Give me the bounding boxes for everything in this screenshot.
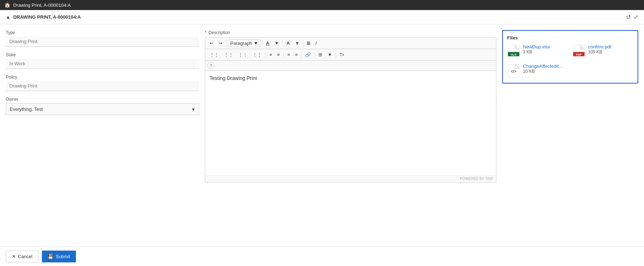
file-name-pdf[interactable]: confirm.pdf (588, 44, 611, 49)
file-info-pdf: confirm.pdf 109 KB (588, 44, 611, 54)
outdent-button[interactable]: ≡ (285, 51, 292, 59)
file-size-code: 10 KB (523, 69, 563, 74)
svg-text:PDF: PDF (576, 53, 582, 56)
file-item-code[interactable]: </> ChangeAffectedIt... 10 KB (507, 63, 568, 79)
file-size-pdf: 109 KB (588, 49, 611, 54)
table-button[interactable]: ⊞ (316, 51, 325, 59)
type-label: Type (6, 30, 199, 35)
indent-button[interactable]: ≡ (293, 51, 300, 59)
state-input[interactable] (6, 59, 199, 69)
table-arrow[interactable]: ▼ (325, 51, 334, 59)
file-info-code: ChangeAffectedIt... 10 KB (523, 63, 563, 74)
powered-by-label: POWERED BY TINY (460, 177, 493, 181)
state-field-group: State (6, 52, 199, 69)
page-header-right: ↺ ⤢ (626, 14, 638, 20)
center-panel: * Description ↩ ↪ Paragraph ▼ A ▼ A ▼ B (205, 30, 496, 182)
page-header: ▲ DRAWING PRINT, A-0000104:A ↺ ⤢ (0, 10, 644, 24)
editor-toolbar-row2: ⋮⋮ ⋮⋮ ⋮⋮ ⋮⋮ ≡ ≡ ≡ ≡ 🔗 ⊞ ▼ Tx (205, 49, 496, 61)
font-color-arrow[interactable]: ▼ (272, 39, 281, 47)
align-right-button[interactable]: ⋮⋮ (236, 51, 250, 59)
toolbar-sep-8 (314, 52, 315, 58)
file-size-xlsx: 3 KB (523, 49, 550, 54)
type-field-group: Type (6, 30, 199, 47)
main-content: Type State Policy Owner Everything, Test… (0, 24, 644, 188)
toolbar-sep-1 (226, 40, 226, 47)
numbered-list-button[interactable]: ≡ (275, 51, 282, 59)
file-item-pdf[interactable]: PDF confirm.pdf 109 KB (572, 44, 633, 59)
page-header-left: ▲ DRAWING PRINT, A-0000104:A (6, 14, 81, 20)
required-star: * (205, 30, 207, 35)
justify-button[interactable]: ⋮⋮ (250, 51, 264, 59)
file-name-code[interactable]: ChangeAffectedIt... (523, 63, 563, 69)
toolbar-sep-7 (301, 52, 302, 58)
expand-button[interactable]: ⤢ (634, 14, 638, 20)
title-bar: 🏠 Drawing Print, A-0000104:A (0, 0, 644, 10)
home-icon: 🏠 (4, 2, 10, 8)
toolbar-sep-5 (265, 52, 266, 58)
svg-rect-0 (508, 45, 519, 58)
policy-label: Policy (6, 75, 199, 80)
paragraph-label: Paragraph (230, 41, 252, 46)
paragraph-dropdown-arrow: ▼ (254, 41, 258, 46)
font-color-button[interactable]: A (264, 39, 271, 47)
undo-button[interactable]: ↩ (207, 39, 216, 47)
help-button[interactable]: ? (207, 62, 215, 69)
toolbar-sep-6 (283, 52, 284, 58)
clear-format-button[interactable]: Tx (337, 51, 346, 59)
svg-text:XLS: XLS (511, 53, 516, 56)
files-panel: Files XLS NewDup.xlsx 3 KB (502, 30, 638, 84)
link-button[interactable]: 🔗 (303, 51, 313, 59)
owner-label: Owner (6, 97, 199, 102)
svg-rect-4 (573, 45, 585, 58)
owner-select-wrapper: Everything, Test ▼ (6, 103, 199, 115)
owner-select[interactable]: Everything, Test (6, 103, 199, 115)
files-title: Files (507, 35, 633, 41)
toolbar-sep-3 (283, 40, 283, 47)
editor-container: ↩ ↪ Paragraph ▼ A ▼ A ▼ B I ⋮⋮ ⋮⋮ (205, 37, 496, 182)
type-input[interactable] (6, 37, 199, 47)
bullet-list-button[interactable]: ≡ (267, 51, 274, 59)
window-title: Drawing Print, A-0000104:A (13, 3, 71, 8)
italic-button[interactable]: I (313, 39, 319, 47)
collapse-icon[interactable]: ▲ (6, 14, 10, 20)
left-panel: Type State Policy Owner Everything, Test… (6, 30, 199, 121)
editor-footer: POWERED BY TINY (205, 175, 496, 182)
page-title: DRAWING PRINT, A-0000104:A (13, 14, 81, 20)
paragraph-dropdown[interactable]: Paragraph ▼ (228, 39, 261, 47)
state-label: State (6, 52, 199, 57)
file-name-xlsx[interactable]: NewDup.xlsx (523, 44, 550, 49)
highlight-color-button[interactable]: A (284, 39, 292, 47)
highlight-color-arrow[interactable]: ▼ (293, 39, 302, 47)
align-left-button[interactable]: ⋮⋮ (207, 51, 221, 59)
toolbar-sep-2 (262, 40, 263, 47)
editor-body[interactable]: Testing Drawing Print (205, 71, 496, 175)
file-item-xlsx[interactable]: XLS NewDup.xlsx 3 KB (507, 44, 568, 59)
svg-text:</>: </> (511, 69, 516, 73)
files-grid: XLS NewDup.xlsx 3 KB PDF (507, 44, 633, 79)
editor-content: Testing Drawing Print (210, 75, 257, 81)
file-info-xlsx: NewDup.xlsx 3 KB (523, 44, 550, 54)
bold-button[interactable]: B (305, 39, 312, 47)
editor-toolbar-row1: ↩ ↪ Paragraph ▼ A ▼ A ▼ B I (205, 38, 496, 49)
toolbar-sep-9 (336, 52, 336, 58)
redo-button[interactable]: ↪ (216, 39, 225, 47)
undo-header-button[interactable]: ↺ (626, 14, 631, 20)
code-icon: </> (507, 63, 520, 79)
xlsx-icon: XLS (507, 44, 520, 59)
owner-field-group: Owner Everything, Test ▼ (6, 97, 199, 115)
pdf-icon: PDF (572, 44, 585, 59)
policy-input[interactable] (6, 81, 199, 91)
policy-field-group: Policy (6, 75, 199, 91)
align-center-button[interactable]: ⋮⋮ (222, 51, 235, 59)
toolbar-sep-4 (303, 40, 303, 47)
description-label-wrapper: * Description (205, 30, 496, 35)
description-label: Description (208, 30, 230, 35)
editor-toolbar-row3: ? (205, 61, 496, 71)
